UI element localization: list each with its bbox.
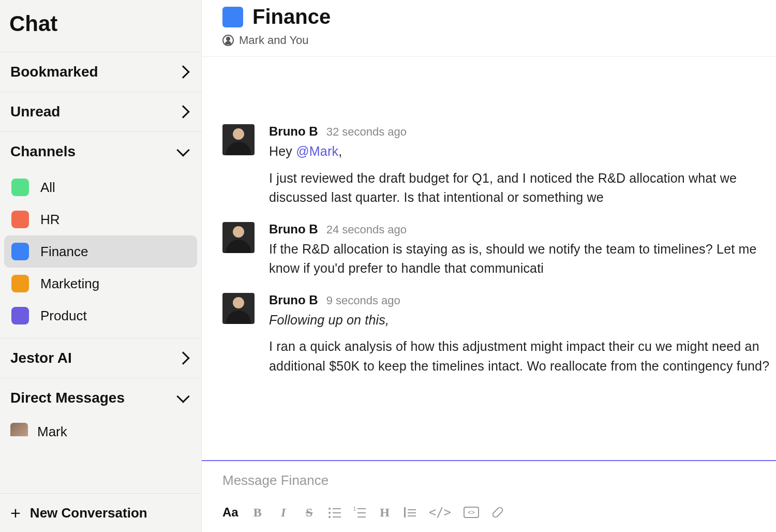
italic-button[interactable]: I: [277, 506, 290, 520]
person-icon: [222, 35, 234, 46]
composer: Message Finance Aa B I S H </> <>: [202, 460, 776, 532]
channel-item-all[interactable]: All: [4, 171, 197, 203]
dm-item-mark[interactable]: Mark: [10, 418, 191, 436]
section-header-channels[interactable]: Channels: [0, 132, 201, 171]
quote-icon[interactable]: [404, 506, 416, 519]
new-conversation-label: New Conversation: [30, 505, 147, 521]
message-timestamp: 24 seconds ago: [326, 223, 407, 237]
message-timestamp: 32 seconds ago: [326, 125, 407, 139]
message-text: Following up on this, I ran a quick anal…: [269, 311, 776, 376]
message-text: Hey @Mark, I just reviewed the draft bud…: [269, 142, 776, 208]
message-list[interactable]: Bruno B 32 seconds ago Hey @Mark, I just…: [202, 57, 776, 460]
avatar[interactable]: [222, 124, 255, 155]
channel-swatch: [11, 243, 29, 260]
chevron-right-icon: [176, 105, 189, 118]
new-conversation-button[interactable]: + New Conversation: [0, 493, 201, 532]
section-label: Bookmarked: [10, 64, 98, 80]
section-label: Unread: [10, 104, 60, 120]
mention[interactable]: @Mark: [296, 144, 338, 158]
message-timestamp: 9 seconds ago: [326, 294, 400, 307]
plus-icon: +: [10, 504, 21, 522]
avatar: [10, 423, 28, 436]
codeblock-icon[interactable]: <>: [464, 507, 479, 518]
section-label: Jestor AI: [10, 350, 72, 366]
message-author: Bruno B: [269, 222, 318, 237]
message: Bruno B 32 seconds ago Hey @Mark, I just…: [222, 124, 776, 208]
channel-swatch: [11, 275, 29, 292]
channel-swatch: [11, 307, 29, 324]
dm-name: Mark: [37, 424, 67, 437]
chevron-right-icon: [176, 351, 189, 364]
channel-name: All: [40, 180, 55, 196]
channel-swatch: [11, 211, 29, 228]
chevron-down-icon: [176, 143, 189, 156]
section-label: Channels: [10, 143, 76, 160]
section-bookmarked: Bookmarked: [0, 52, 201, 92]
section-unread: Unread: [0, 92, 201, 131]
strikethrough-button[interactable]: S: [303, 506, 316, 520]
message-input[interactable]: Message Finance: [202, 461, 776, 500]
section-channels: Channels All HR Finance Marketing P: [0, 131, 201, 338]
bullet-list-icon[interactable]: [329, 506, 341, 519]
format-toggle-button[interactable]: Aa: [222, 505, 238, 520]
channel-name: HR: [40, 212, 60, 228]
section-header-direct-messages[interactable]: Direct Messages: [0, 378, 201, 418]
chat-header: Finance Mark and You: [202, 0, 776, 57]
chevron-down-icon: [176, 390, 189, 403]
message-author: Bruno B: [269, 293, 318, 307]
channel-name: Product: [40, 308, 87, 324]
channel-item-hr[interactable]: HR: [4, 203, 197, 235]
channel-list: All HR Finance Marketing Product: [0, 171, 201, 338]
heading-button[interactable]: H: [378, 506, 392, 520]
channel-name: Finance: [40, 244, 88, 260]
chat-members-label: Mark and You: [239, 34, 309, 47]
section-direct-messages: Direct Messages Mark: [0, 378, 201, 436]
message: Bruno B 24 seconds ago If the R&D alloca…: [222, 222, 776, 278]
channel-swatch: [222, 7, 243, 27]
channel-item-finance[interactable]: Finance: [4, 235, 197, 268]
avatar[interactable]: [222, 222, 255, 253]
message: Bruno B 9 seconds ago Following up on th…: [222, 293, 776, 376]
avatar[interactable]: [222, 293, 255, 324]
main-chat: Finance Mark and You Bruno B 32 seconds …: [202, 0, 776, 532]
section-jestor-ai: Jestor AI: [0, 338, 201, 378]
bold-button[interactable]: B: [251, 506, 264, 520]
format-toolbar: Aa B I S H </> <>: [202, 500, 776, 532]
sidebar-title: Chat: [0, 0, 201, 52]
chat-members[interactable]: Mark and You: [222, 34, 755, 47]
ordered-list-icon[interactable]: [353, 506, 366, 519]
chat-title: Finance: [252, 5, 331, 28]
channel-swatch: [11, 179, 29, 196]
dm-list: Mark: [0, 418, 201, 436]
link-icon[interactable]: [491, 506, 504, 519]
section-label: Direct Messages: [10, 390, 125, 406]
message-text: If the R&D allocation is staying as is, …: [269, 240, 776, 278]
section-header-bookmarked[interactable]: Bookmarked: [0, 52, 201, 92]
sidebar: Chat Bookmarked Unread Channels All HR: [0, 0, 202, 532]
chevron-right-icon: [176, 65, 189, 78]
channel-item-marketing[interactable]: Marketing: [4, 268, 197, 300]
channel-name: Marketing: [40, 276, 99, 292]
message-author: Bruno B: [269, 124, 318, 139]
section-header-unread[interactable]: Unread: [0, 92, 201, 131]
code-button[interactable]: </>: [429, 505, 451, 520]
section-header-jestor-ai[interactable]: Jestor AI: [0, 338, 201, 378]
channel-item-product[interactable]: Product: [4, 300, 197, 332]
